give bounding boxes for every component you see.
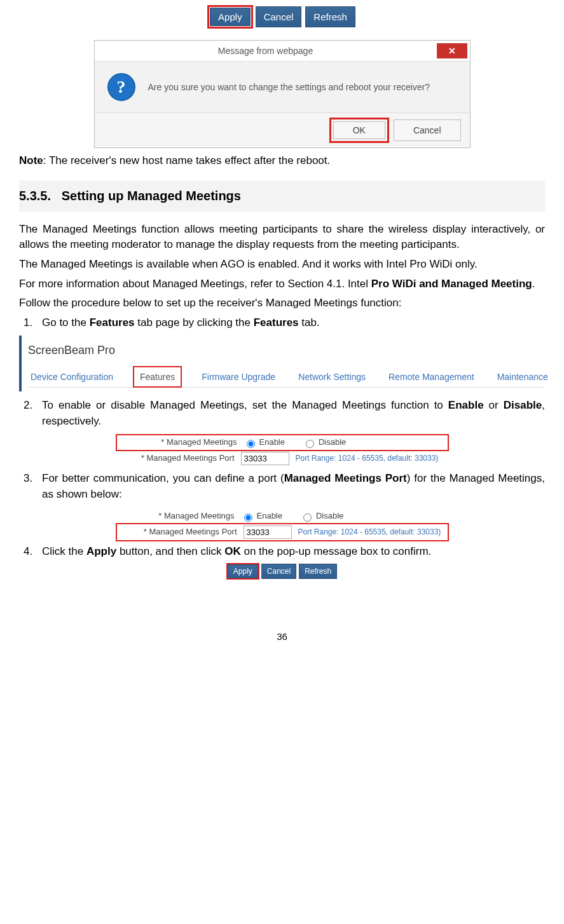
paragraph-1: The Managed Meetings function allows mee… bbox=[19, 222, 545, 253]
dialog-cancel-button[interactable]: Cancel bbox=[394, 119, 461, 141]
mm-disable-radio-2[interactable]: Disable bbox=[300, 510, 343, 522]
heading-number: 5.3.5. bbox=[19, 189, 51, 203]
mm-port-input[interactable] bbox=[241, 452, 289, 465]
question-icon: ? bbox=[107, 73, 135, 101]
note-prefix: Note bbox=[19, 154, 43, 166]
step-4: Click the Apply button, and then click O… bbox=[36, 544, 545, 560]
cancel-button-small[interactable]: Cancel bbox=[261, 564, 296, 579]
step-3: For better communication, you can define… bbox=[36, 471, 545, 502]
cancel-button[interactable]: Cancel bbox=[256, 6, 302, 27]
mm-port-hint: Port Range: 1024 - 65535, default: 33033… bbox=[296, 453, 439, 464]
mm-port-hint-2: Port Range: 1024 - 65535, default: 33033… bbox=[298, 527, 441, 538]
mm-label-2: * Managed Meetings bbox=[117, 510, 235, 522]
managed-meetings-figure-2: * Managed Meetings Enable Disable * Mana… bbox=[117, 508, 448, 540]
apply-button[interactable]: Apply bbox=[210, 8, 251, 26]
dialog-titlebar: Message from webpage ✕ bbox=[95, 41, 470, 62]
mm-port-row-highlight: * Managed Meetings Port Port Range: 1024… bbox=[117, 524, 448, 540]
step-1: Go to the Features tab page by clicking … bbox=[36, 315, 545, 331]
mm-enable-row-highlight: * Managed Meetings Enable Disable bbox=[117, 435, 448, 450]
screenbeam-tabs-figure: ScreenBeam Pro Device Configuration Feat… bbox=[19, 336, 545, 391]
app-title: ScreenBeam Pro bbox=[28, 342, 545, 358]
ok-button[interactable]: OK bbox=[333, 121, 385, 139]
managed-meetings-figure-1: * Managed Meetings Enable Disable * Mana… bbox=[117, 435, 448, 467]
step-2: To enable or disable Managed Meetings, s… bbox=[36, 398, 545, 429]
note-text: : The receiver's new host name takes eff… bbox=[43, 154, 330, 166]
refresh-button-small[interactable]: Refresh bbox=[299, 564, 337, 579]
paragraph-4: Follow the procedure below to set up the… bbox=[19, 296, 545, 311]
ok-highlight: OK bbox=[331, 119, 387, 141]
apply-button-small[interactable]: Apply bbox=[228, 564, 258, 578]
dialog-message: Are you sure you want to change the sett… bbox=[148, 81, 430, 93]
bottom-button-row: Apply Cancel Refresh bbox=[19, 564, 545, 579]
paragraph-3: For more information about Managed Meeti… bbox=[19, 276, 545, 292]
mm-disable-radio[interactable]: Disable bbox=[303, 437, 346, 449]
mm-port-label: * Managed Meetings Port bbox=[117, 452, 235, 465]
tab-device-configuration[interactable]: Device Configuration bbox=[28, 367, 116, 387]
close-icon[interactable]: ✕ bbox=[437, 43, 467, 58]
mm-port-label-2: * Managed Meetings Port bbox=[120, 526, 237, 538]
section-heading: 5.3.5. Setting up Managed Meetings bbox=[19, 180, 545, 212]
tab-features[interactable]: Features bbox=[134, 367, 181, 387]
paragraph-2: The Managed Meetings is available when A… bbox=[19, 257, 545, 273]
page-number: 36 bbox=[19, 630, 545, 644]
heading-title: Setting up Managed Meetings bbox=[62, 189, 241, 203]
refresh-button[interactable]: Refresh bbox=[305, 6, 355, 27]
tab-remote-management[interactable]: Remote Management bbox=[386, 367, 477, 387]
tab-network-settings[interactable]: Network Settings bbox=[296, 367, 368, 387]
apply-highlight: Apply bbox=[209, 6, 252, 27]
note-line: Note: The receiver's new host name takes… bbox=[19, 153, 545, 169]
mm-label: * Managed Meetings bbox=[120, 437, 237, 449]
apply-highlight-small: Apply bbox=[227, 564, 259, 579]
top-button-row: Apply Cancel Refresh bbox=[19, 6, 545, 27]
message-dialog: Message from webpage ✕ ? Are you sure yo… bbox=[94, 40, 471, 148]
tab-maintenance[interactable]: Maintenance bbox=[495, 367, 551, 387]
mm-enable-radio-2[interactable]: Enable bbox=[241, 510, 282, 522]
mm-enable-radio[interactable]: Enable bbox=[244, 437, 285, 449]
dialog-title-text: Message from webpage bbox=[95, 44, 437, 57]
tab-firmware-upgrade[interactable]: Firmware Upgrade bbox=[199, 367, 278, 387]
mm-port-input-2[interactable] bbox=[244, 526, 292, 539]
